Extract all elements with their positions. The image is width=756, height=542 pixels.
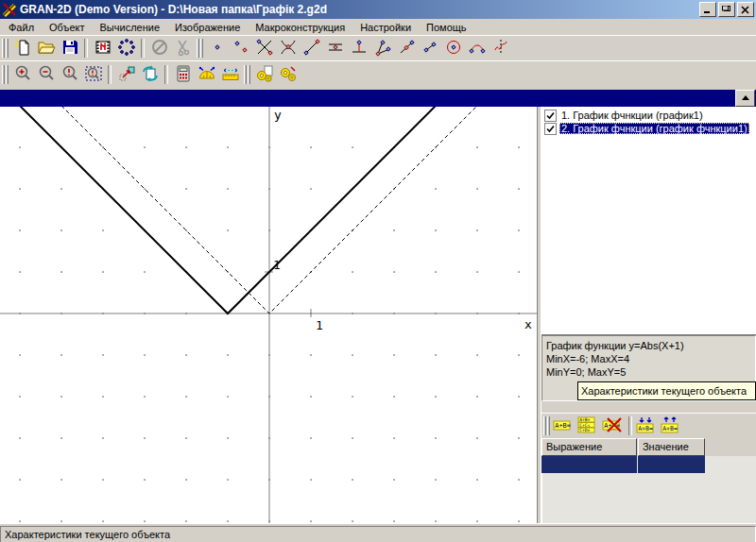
- short-segment-icon: [421, 38, 439, 59]
- checkbox-checked[interactable]: [544, 123, 557, 135]
- expr-sort-desc-button[interactable]: A+B=: [635, 415, 660, 436]
- panel-collapse-button[interactable]: [735, 90, 755, 107]
- macro-gears-button[interactable]: [276, 64, 300, 85]
- svg-text:A+B=: A+B=: [662, 425, 678, 432]
- panel-empty-area: [541, 473, 756, 523]
- checkbox-checked[interactable]: [544, 110, 557, 122]
- spline-tool-button[interactable]: [489, 38, 512, 59]
- svg-text:A+B=: A+B=: [579, 417, 590, 422]
- toolbar-separator: [141, 39, 145, 58]
- menu-item-6[interactable]: Помощь: [419, 21, 474, 34]
- zoom-in-button[interactable]: [10, 64, 34, 85]
- column-header-expression[interactable]: Выражение: [541, 438, 637, 456]
- rotate-points-button[interactable]: [114, 38, 138, 59]
- close-button[interactable]: [737, 2, 754, 17]
- protractor-button[interactable]: [195, 64, 218, 85]
- pan-button[interactable]: [114, 64, 138, 85]
- cell-expression[interactable]: [541, 456, 637, 473]
- intersect-lines-button[interactable]: [252, 38, 276, 59]
- animation-film-button[interactable]: [91, 38, 114, 59]
- point-button[interactable]: [205, 38, 229, 59]
- object-label: 2. График фчнкции (график фчнкции1): [559, 123, 749, 134]
- svg-text:y: y: [274, 108, 282, 122]
- save-icon: [60, 38, 79, 59]
- animation-film-icon: [94, 38, 112, 59]
- expr-add-multi-icon: A+B=C+C<C+D=: [577, 416, 600, 436]
- calculator-icon: [174, 64, 193, 86]
- two-points-button[interactable]: [229, 38, 252, 59]
- new-file-icon: [13, 38, 32, 59]
- segment-button[interactable]: [300, 38, 323, 59]
- perpendicular-button[interactable]: [347, 38, 370, 59]
- cell-value[interactable]: [638, 456, 705, 473]
- info-line-yrange: MinY=0; MaxY=5: [546, 365, 751, 379]
- status-bar: Характеристики текущего объекта: [0, 523, 756, 542]
- parallel-lines-button[interactable]: [323, 38, 347, 59]
- app-logo-icon: [2, 2, 17, 17]
- plot-area[interactable]: 11xy: [0, 107, 537, 523]
- panel-gap: [541, 401, 756, 413]
- zoom-actual-button[interactable]: [58, 64, 81, 85]
- two-points-icon: [232, 38, 250, 59]
- zoom-out-icon: [37, 64, 56, 86]
- expr-add-multi-button[interactable]: A+B=C+C<C+D=: [576, 415, 601, 436]
- panel-header-band: [0, 90, 756, 107]
- perpendicular-icon: [350, 38, 369, 59]
- menu-item-5[interactable]: Настройки: [352, 21, 419, 34]
- minimize-button[interactable]: [699, 2, 716, 17]
- calculator-button[interactable]: [171, 64, 195, 85]
- expression-table-row[interactable]: [541, 456, 756, 473]
- ruler-button[interactable]: [218, 64, 242, 85]
- object-list-item-2[interactable]: 2. График фчнкции (график фчнкции1): [541, 122, 756, 135]
- svg-text:C+C<: C+C<: [579, 422, 590, 427]
- new-file-button[interactable]: [10, 38, 34, 59]
- function-chart: 11xy: [0, 107, 537, 523]
- ray-point-button[interactable]: [394, 38, 418, 59]
- save-button[interactable]: [58, 38, 81, 59]
- macro-gears-icon: [279, 64, 298, 86]
- macro-gears-page-button[interactable]: [252, 64, 276, 85]
- toolbar-separator: [2, 65, 9, 84]
- segment-icon: [302, 38, 321, 59]
- expression-table-header: Выражение Значение: [541, 438, 756, 456]
- maximize-button[interactable]: [718, 2, 735, 17]
- angle-rays-button[interactable]: [370, 38, 394, 59]
- zoom-region-button[interactable]: [81, 64, 105, 85]
- angle-rays-icon: [373, 38, 392, 59]
- zoom-out-button[interactable]: [34, 64, 58, 85]
- expr-sort-asc-button[interactable]: A+B=: [660, 415, 684, 436]
- arc-tool-button[interactable]: [465, 38, 489, 59]
- menu-item-2[interactable]: Вычисление: [93, 21, 168, 34]
- menu-item-3[interactable]: Изображение: [167, 21, 248, 34]
- spline-tool-icon: [491, 38, 510, 59]
- menu-item-0[interactable]: Файл: [1, 21, 42, 34]
- info-line-equation: График функции y=Abs(X+1): [546, 339, 751, 352]
- toolbar-view: [0, 60, 756, 88]
- toolbar-separator: [2, 39, 9, 58]
- menu-item-4[interactable]: Макроконструкция: [248, 21, 352, 34]
- expr-sort-asc-icon: A+B=: [661, 416, 683, 436]
- object-label: 1. График фчнкции (график1): [559, 110, 705, 121]
- toolbar-separator: [84, 39, 88, 58]
- window-title: GRAN-2D (Demo Version) - D:\Новая папка\…: [20, 3, 699, 16]
- expr-add-button[interactable]: A+B=: [552, 415, 576, 436]
- redraw-button[interactable]: [138, 64, 162, 85]
- open-folder-button[interactable]: [34, 38, 58, 59]
- expr-add-icon: A+B=: [553, 416, 576, 436]
- toolbar-separator: [543, 416, 550, 435]
- menu-item-1[interactable]: Объект: [42, 21, 92, 34]
- short-segment-button[interactable]: [418, 38, 441, 59]
- intersect-curves-button[interactable]: [276, 38, 300, 59]
- rotate-points-icon: [117, 38, 136, 59]
- tooltip: Характеристики текущего объекта: [577, 381, 756, 400]
- object-list[interactable]: 1. График фчнкции (график1)2. График фчн…: [541, 107, 756, 335]
- toolbar-main: [0, 35, 756, 60]
- column-header-value[interactable]: Значение: [638, 438, 705, 456]
- expression-toolbar: A+B=A+B=C+C<C+D=A+_=A+B=A+B=: [541, 413, 756, 438]
- status-text: Характеристики текущего объекта: [0, 526, 756, 542]
- expr-delete-button[interactable]: A+_=: [601, 415, 626, 436]
- circle-tool-button[interactable]: [441, 38, 465, 59]
- expr-delete-icon: A+_=: [602, 416, 625, 436]
- toolbar-separator: [244, 65, 250, 84]
- object-list-item-1[interactable]: 1. График фчнкции (график1): [541, 109, 756, 122]
